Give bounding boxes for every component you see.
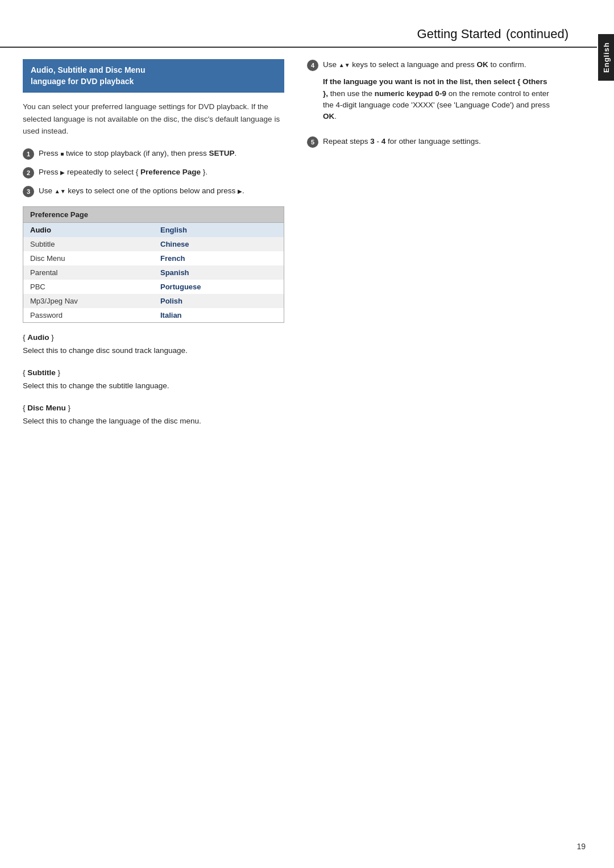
- tri-up-icon-4: [339, 60, 345, 69]
- step-4-bold-text: If the language you want is not in the l…: [323, 76, 551, 122]
- table-row: PasswordItalian: [23, 308, 284, 322]
- subtitle-desc: Select this to change the subtitle langu…: [23, 380, 284, 392]
- step-1-content: Press twice to stop playback (if any), t…: [39, 148, 284, 159]
- page-header: Getting Started (continued): [0, 17, 597, 48]
- pref-row-left-1: Subtitle: [23, 237, 154, 251]
- table-row: PBCPortuguese: [23, 280, 284, 294]
- step-1-num: 1: [23, 148, 34, 160]
- page-title: Getting Started (continued): [0, 23, 569, 42]
- preference-table-container: Preference Page AudioEnglishSubtitleChin…: [23, 206, 284, 323]
- blue-box-line1: Audio, Subtitle and Disc Menu: [31, 65, 145, 74]
- subtitle-title: { Subtitle }: [23, 367, 284, 379]
- step-3-content: Use keys to select one of the options be…: [39, 185, 284, 197]
- disc-menu-desc: Select this to change the language of th…: [23, 416, 284, 427]
- step-4-content: Use keys to select a language and press …: [323, 59, 551, 128]
- pref-row-right-4: Portuguese: [154, 280, 284, 294]
- disc-menu-title: { Disc Menu }: [23, 402, 284, 414]
- pref-row-left-4: PBC: [23, 280, 154, 294]
- header-subtitle: (continued): [506, 27, 569, 41]
- pref-row-left-3: Parental: [23, 265, 154, 280]
- step-4: 4 Use keys to select a language and pres…: [307, 59, 551, 128]
- pref-row-left-6: Password: [23, 308, 154, 322]
- pref-table: AudioEnglishSubtitleChineseDisc MenuFren…: [23, 223, 284, 322]
- step-3-num: 3: [23, 186, 34, 197]
- pref-row-right-6: Italian: [154, 308, 284, 322]
- content-area: Audio, Subtitle and Disc Menu language f…: [0, 48, 597, 449]
- side-tab-label: English: [602, 42, 611, 73]
- page-number: 19: [576, 842, 586, 851]
- pref-row-right-2: French: [154, 251, 284, 265]
- section-audio: { Audio } Select this to change disc sou…: [23, 332, 284, 357]
- pref-table-header: Preference Page: [23, 207, 284, 223]
- blue-box-line2: language for DVD playback: [31, 77, 134, 86]
- step-2-num: 2: [23, 167, 34, 178]
- step-4-text: Use keys to select a language and press …: [323, 59, 551, 70]
- page-container: English Getting Started (continued) Audi…: [0, 0, 614, 868]
- tri-right-icon-3: [238, 186, 242, 195]
- audio-desc: Select this to change disc sound track l…: [23, 345, 284, 357]
- table-row: Disc MenuFrench: [23, 251, 284, 265]
- side-tab-english: English: [598, 34, 614, 81]
- tri-right-icon-2: [60, 168, 65, 176]
- pref-row-left-2: Disc Menu: [23, 251, 154, 265]
- stop-icon: [60, 149, 64, 157]
- tri-down-icon-3: [60, 186, 66, 195]
- step-4-num: 4: [307, 60, 318, 71]
- tri-up-icon-3: [55, 186, 60, 195]
- step-5-content: Repeat steps 3 - 4 for other language se…: [323, 136, 551, 153]
- step-5: 5 Repeat steps 3 - 4 for other language …: [307, 136, 551, 153]
- pref-row-right-1: Chinese: [154, 237, 284, 251]
- step-5-num: 5: [307, 136, 318, 148]
- left-column: Audio, Subtitle and Disc Menu language f…: [23, 59, 284, 438]
- section-disc-menu: { Disc Menu } Select this to change the …: [23, 402, 284, 427]
- table-row: ParentalSpanish: [23, 265, 284, 280]
- pref-row-left-5: Mp3/Jpeg Nav: [23, 294, 154, 308]
- table-row: SubtitleChinese: [23, 237, 284, 251]
- tri-down-icon-4: [345, 60, 350, 69]
- pref-row-left-0: Audio: [23, 223, 154, 237]
- table-row: AudioEnglish: [23, 223, 284, 237]
- blue-header-box: Audio, Subtitle and Disc Menu language f…: [23, 59, 284, 93]
- audio-title: { Audio }: [23, 332, 284, 344]
- intro-text: You can select your preferred language s…: [23, 101, 284, 138]
- right-column: 4 Use keys to select a language and pres…: [307, 59, 551, 438]
- section-subtitle: { Subtitle } Select this to change the s…: [23, 367, 284, 392]
- header-title: Getting Started: [417, 27, 501, 41]
- pref-row-right-0: English: [154, 223, 284, 237]
- pref-row-right-3: Spanish: [154, 265, 284, 280]
- pref-row-right-5: Polish: [154, 294, 284, 308]
- table-row: Mp3/Jpeg NavPolish: [23, 294, 284, 308]
- step-2-content: Press repeatedly to select { Preference …: [39, 167, 284, 178]
- step-5-text: Repeat steps 3 - 4 for other language se…: [323, 136, 551, 147]
- step-2: 2 Press repeatedly to select { Preferenc…: [23, 167, 284, 178]
- step-3: 3 Use keys to select one of the options …: [23, 185, 284, 197]
- step-1: 1 Press twice to stop playback (if any),…: [23, 148, 284, 160]
